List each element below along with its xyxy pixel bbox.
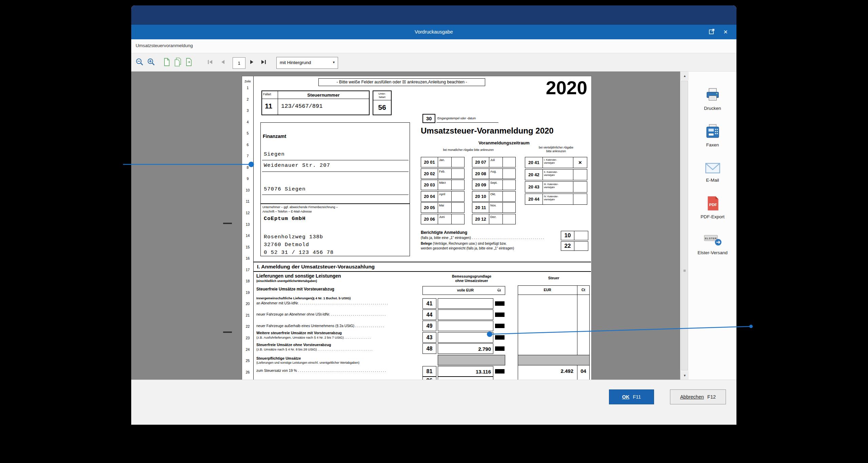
row-49-line: neuer Fahrzeuge außerhalb eines Unterneh…: [256, 324, 421, 328]
elster-icon: ELSTER: [703, 243, 722, 249]
unternehmer-box: Unternehmer – ggf. abweichende Firmenbez…: [260, 204, 410, 256]
fax-button[interactable]: Faxen: [689, 123, 736, 147]
scroll-down-button[interactable]: ▼: [680, 371, 689, 380]
email-icon: [704, 170, 722, 176]
cancel-button[interactable]: Abbrechen F12: [670, 389, 726, 404]
close-button[interactable]: ✕: [721, 27, 731, 37]
month-checkbox: [452, 203, 464, 213]
email-button[interactable]: E-Mail: [689, 160, 736, 183]
save-page-button[interactable]: [184, 58, 194, 68]
stamp-label: Eingangsstempel oder -datum: [437, 117, 476, 120]
form-preview-area[interactable]: Zeile 12 34 56 78 910 1112 1314 1516 171…: [131, 72, 680, 380]
chevron-down-icon: ▼: [332, 61, 335, 64]
steuer-header-line: [518, 295, 590, 295]
zoom-out-button[interactable]: [135, 58, 145, 68]
month-checkbox: [503, 157, 515, 167]
month-checkbox: [503, 169, 515, 179]
finanzamt-zip-city: 57076 Siegen: [264, 186, 306, 192]
page-number-input[interactable]: [233, 57, 245, 69]
address-underline: [262, 172, 409, 172]
dialog-footer: OK F11 Abbrechen F12: [131, 380, 736, 425]
steuer-header: Steuer: [518, 276, 590, 280]
screen-background: Vordruckausgabe ✕ Umsatzsteuervoranmeldu…: [0, 0, 868, 463]
quarter-row: 20 41I. Kalender-vierteljahr×: [525, 157, 587, 168]
copy-page-button[interactable]: [162, 58, 172, 68]
stamp-code-box: 30: [422, 114, 435, 123]
pdf-export-button[interactable]: PDF PDF-Export: [689, 195, 736, 219]
field-44-amount: [438, 309, 493, 320]
month-row: 20 04April: [421, 191, 465, 202]
quarter-row: 20 42II. Kalender-vierteljahr: [525, 169, 587, 180]
berichtigte-title: Berichtigte Anmeldung: [421, 230, 467, 235]
fallart-label: Fallart: [263, 93, 271, 96]
previous-page-button[interactable]: [218, 58, 228, 68]
field-41-amount: [438, 298, 493, 309]
cents-blocked: [495, 324, 505, 328]
volle-eur-header: volle EUR: [438, 288, 493, 292]
svg-text:ELSTER: ELSTER: [705, 237, 717, 240]
quarter-checkbox: [573, 194, 587, 204]
tab-umsatzsteuervoranmeldung[interactable]: Umsatzsteuervoranmeldung: [136, 43, 193, 48]
zoom-in-button[interactable]: [146, 58, 156, 68]
scrollbar-thumb[interactable]: ≡: [681, 81, 688, 370]
print-button[interactable]: Drucken: [689, 87, 736, 111]
steuer-divider: [577, 285, 577, 380]
month-row: 20 06Juni: [421, 214, 465, 224]
previous-page-icon: [219, 58, 226, 67]
next-page-button[interactable]: [247, 58, 257, 68]
unterfallart-label: Unter-: [373, 92, 391, 95]
form-title: Umsatzsteuer-Voranmeldung 2020: [421, 126, 588, 136]
background-mode-select[interactable]: mit Hintergrund ▼: [276, 57, 338, 69]
preview-scrollbar[interactable]: ▲ ≡ ▼: [680, 72, 689, 380]
vordruckausgabe-window: Vordruckausgabe ✕ Umsatzsteuervoranmeldu…: [131, 5, 736, 425]
svg-text:PDF: PDF: [709, 203, 717, 207]
steuerpflichtige-subline: (Lieferungen und sonstige Leistungen ein…: [256, 361, 421, 364]
unterfallart-label2: fallart: [373, 96, 391, 99]
first-page-button[interactable]: [205, 58, 215, 68]
bmg-header2: ohne Umsatzsteuer: [438, 279, 506, 283]
close-icon: ✕: [723, 29, 728, 35]
fallart-value: 11: [265, 102, 272, 110]
finanzamt-street: Weidenauer Str. 207: [264, 162, 330, 168]
elster-send-button[interactable]: ELSTER Elster-Versand: [689, 231, 736, 255]
row-43-heading: Weitere steuerfreie Umsätze mit Vorsteue…: [256, 331, 421, 335]
fax-icon: [704, 135, 721, 141]
ok-button[interactable]: OK F11: [609, 389, 654, 404]
dialog-title: Vordruckausgabe: [131, 25, 736, 39]
month-checkbox: [503, 192, 515, 201]
zoom-out-icon: [135, 58, 144, 68]
section-1-header: I. Anmeldung der Umsatzsteuer-Vorauszahl…: [254, 262, 591, 272]
last-page-button[interactable]: [258, 58, 269, 68]
month-row: 20 07Juli: [472, 157, 516, 167]
row-41-line2: an Abnehmer mit USt-IdNr. . . . . . . . …: [256, 301, 421, 305]
copy-all-pages-button[interactable]: [173, 58, 183, 68]
belege-line1: Belege (Verträge, Rechnungen usw.) sind …: [421, 242, 560, 245]
belege-code: 22: [561, 241, 574, 251]
fill-notice: - Bitte weiße Felder ausfüllen oder ☒ an…: [318, 78, 485, 86]
finanzamt-box: Finanzamt Siegen Weidenauer Str. 207 570…: [260, 122, 410, 204]
unternehmer-hint1: Unternehmer – ggf. abweichende Firmenbez…: [262, 205, 338, 209]
month-checkbox: [503, 180, 515, 190]
field-48-amount: 2.790: [438, 343, 493, 354]
group-title: Lieferungen und sonstige Leistungen: [256, 273, 341, 279]
steuernummer-box: Fallart Steuernummer 11 123/4567/891: [261, 90, 370, 115]
arrow-down-icon: ▼: [683, 374, 686, 377]
quarter-row: 20 43III. Kalender-vierteljahr: [525, 181, 587, 193]
scroll-up-button[interactable]: ▲: [680, 72, 689, 80]
detach-window-button[interactable]: [707, 27, 717, 37]
ct-header: Ct: [577, 288, 590, 292]
quarter-checkbox: [573, 182, 587, 192]
steuer-column-box: [518, 285, 590, 380]
group-subtitle: (einschließlich unentgeltlicherWertabgab…: [256, 279, 317, 283]
field-code-41: 41: [422, 298, 436, 309]
pages-icon: [174, 58, 182, 68]
unterfallart-box: Unter- fallart 56: [373, 90, 392, 115]
month-row: 20 03März: [421, 180, 465, 190]
preview-toolbar: mit Hintergrund ▼: [131, 53, 736, 72]
document-tab-row: Umsatzsteuervoranmeldung: [131, 39, 736, 53]
zeitraum-title: Voranmeldungszeitraum: [421, 140, 587, 145]
callout-endpoint-dot: [749, 325, 753, 328]
unterfallart-value: 56: [373, 103, 391, 112]
field-code-81: 81: [422, 366, 436, 377]
unternehmer-hint2: Anschrift – Telefon – E-Mail-Adresse: [262, 210, 312, 213]
